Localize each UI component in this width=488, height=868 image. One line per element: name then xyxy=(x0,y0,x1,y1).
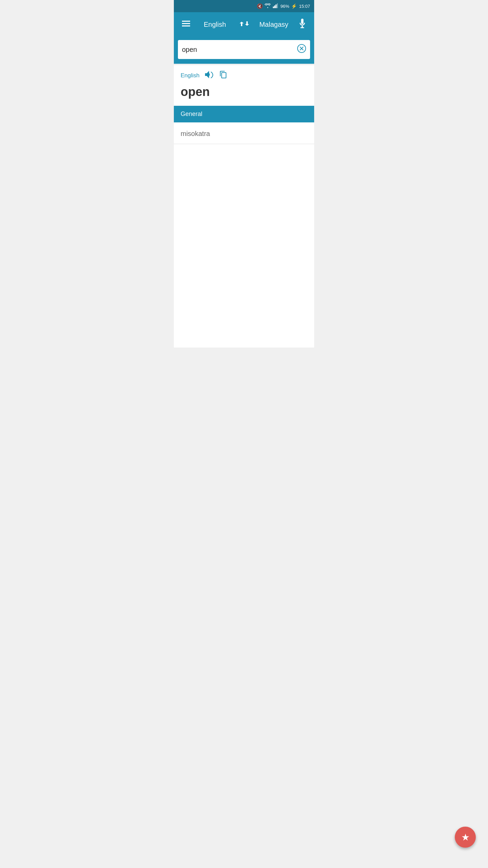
svg-rect-3 xyxy=(277,3,278,8)
mute-icon: 🔇 xyxy=(257,3,263,9)
target-language-button[interactable]: Malagasy xyxy=(252,21,296,28)
source-word: open xyxy=(181,85,307,99)
translation-list: misokatra xyxy=(174,122,314,144)
svg-rect-6 xyxy=(182,25,190,26)
category-label: General xyxy=(181,111,202,117)
search-box xyxy=(178,40,310,59)
microphone-button[interactable] xyxy=(296,16,309,33)
signal-icon xyxy=(273,3,278,9)
svg-rect-1 xyxy=(274,5,276,8)
source-language-button[interactable]: English xyxy=(193,21,237,28)
status-bar: 🔇 96% ⚡ 15:07 xyxy=(174,0,314,12)
svg-rect-5 xyxy=(182,23,190,24)
main-content-area xyxy=(174,144,314,348)
battery-icon: ⚡ xyxy=(291,3,297,9)
toolbar: English Malagasy xyxy=(174,12,314,37)
translation-text: misokatra xyxy=(181,130,210,137)
menu-button[interactable] xyxy=(179,17,193,32)
wifi-icon xyxy=(265,3,271,9)
svg-rect-0 xyxy=(273,6,274,8)
status-icons: 🔇 96% ⚡ 15:07 xyxy=(257,3,310,9)
svg-rect-2 xyxy=(276,4,277,8)
search-input[interactable] xyxy=(182,46,294,54)
category-bar: General xyxy=(174,106,314,122)
battery-text: 96% xyxy=(280,4,289,9)
svg-rect-8 xyxy=(302,26,303,27)
source-card: English open xyxy=(174,65,314,106)
speaker-icon[interactable] xyxy=(205,71,214,80)
swap-language-button[interactable] xyxy=(237,18,252,32)
list-item[interactable]: misokatra xyxy=(174,122,314,144)
search-container xyxy=(174,37,314,64)
svg-rect-7 xyxy=(301,19,304,24)
svg-rect-9 xyxy=(301,27,304,28)
source-card-header: English xyxy=(181,71,307,81)
svg-rect-4 xyxy=(182,21,190,22)
clear-search-button[interactable] xyxy=(297,44,306,55)
time-display: 15:07 xyxy=(299,4,310,9)
copy-icon[interactable] xyxy=(219,71,227,81)
source-lang-label[interactable]: English xyxy=(181,72,200,79)
